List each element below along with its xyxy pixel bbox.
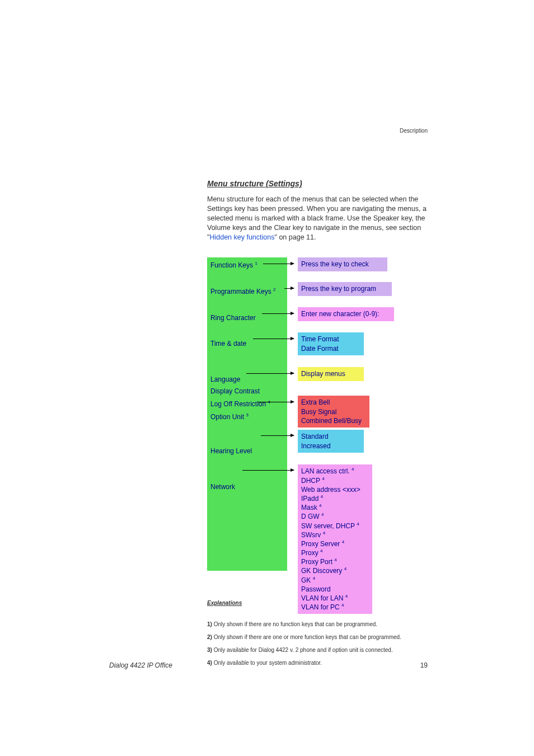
net-mask: Mask 4 (301, 503, 369, 512)
box-enter-char: Enter new character (0-9): (298, 307, 394, 321)
fn3-text: Only available for Dialog 4422 v. 2 phon… (214, 647, 393, 653)
net-proxy-port: Proxy Port 4 (301, 557, 369, 566)
menu-hearing-level: Hearing Level (207, 445, 287, 458)
footnotes: 1) Only shown if there are no function k… (207, 621, 431, 666)
section-title: Menu structure (Settings) (207, 179, 431, 188)
arrow-icon (262, 313, 294, 314)
arrow-icon (253, 339, 294, 339)
sup: 4 (322, 476, 324, 481)
box-press-program: Press the key to program (298, 282, 392, 295)
menu-display-contrast: Display Contrast (207, 385, 287, 398)
arrow-icon (242, 470, 294, 471)
menu-time-date: Time & date (207, 337, 287, 351)
settings-menu-column: Function Keys 1 Programmable Keys 2 Ring… (207, 257, 287, 571)
arrow-icon (263, 264, 294, 264)
box-press-check: Press the key to check (298, 257, 387, 271)
menu-programmable-keys-label: Programmable Keys (210, 288, 271, 295)
net-dhcp: DHCP 4 (301, 476, 369, 485)
net-proxy-server: Proxy Server 4 (301, 539, 369, 548)
box-extra-bell: Extra Bell (301, 398, 366, 407)
sup: 4 (342, 539, 344, 544)
net-password: Password (301, 585, 369, 594)
net-swsrv: SWsrv 4 (301, 530, 369, 539)
arrow-icon (284, 288, 294, 289)
menu-function-keys-label: Function Keys (210, 261, 253, 269)
menu-option-unit-label: Option Unit (210, 413, 244, 421)
box-standard: Standard (301, 432, 360, 441)
net-web-address: Web address <xxx> (301, 485, 369, 494)
net-vlan-pc: VLAN for PC 4 (301, 603, 369, 612)
sup: 4 (321, 512, 324, 517)
explanations-title: Explanations (207, 600, 242, 606)
box-network: LAN access ctrl. 4 DHCP 4 Web address <x… (298, 464, 372, 614)
sup: 4 (344, 566, 346, 571)
box-display-menus: Display menus (298, 367, 364, 381)
arrow-icon (261, 435, 294, 436)
footer-product-name: Dialog 4422 IP Office (109, 661, 172, 669)
footnote-2: 2) Only shown if there are one or more f… (207, 634, 431, 640)
box-busy-signal: Busy Signal (301, 407, 366, 416)
fn1-text: Only shown if there are no function keys… (214, 621, 377, 627)
net-gk: GK 4 (301, 576, 369, 585)
box-combined-bell: Combined Bell/Busy (301, 416, 366, 425)
net-dgw: D GW 4 (301, 512, 369, 521)
sup: 4 (334, 557, 336, 562)
sup: 4 (321, 494, 323, 499)
hidden-key-functions-link[interactable]: Hidden key functions (209, 233, 274, 241)
intro-text-2: " on page 11. (274, 233, 316, 241)
net-vlan-lan: VLAN for LAN 4 (301, 594, 369, 603)
sup: 4 (320, 548, 322, 553)
sup: 4 (357, 522, 359, 527)
main-content: Menu structure (Settings) Menu structure… (207, 179, 431, 673)
sup-2: 2 (273, 287, 275, 292)
net-ipadd: IPadd 4 (301, 494, 369, 503)
net-proxy: Proxy 4 (301, 548, 369, 557)
arrow-icon (257, 402, 294, 402)
header-label: Description (400, 128, 428, 134)
sup-3: 3 (246, 412, 248, 417)
footnote-3: 3) Only available for Dialog 4422 v. 2 p… (207, 647, 431, 653)
box-increased: Increased (301, 442, 360, 450)
fn1-num: 1) (207, 621, 212, 627)
box-option-unit: Extra Bell Busy Signal Combined Bell/Bus… (298, 396, 369, 428)
menu-language: Language (207, 373, 287, 387)
fn3-num: 3) (207, 647, 212, 653)
footnote-1: 1) Only shown if there are no function k… (207, 621, 431, 627)
sup: 4 (319, 503, 321, 508)
net-gk-discovery: GK Discovery 4 (301, 566, 369, 575)
box-date-format: Date Format (301, 344, 360, 353)
menu-network: Network (207, 481, 287, 494)
sup-1: 1 (255, 261, 257, 266)
sup: 4 (345, 594, 348, 599)
sup: 4 (341, 603, 344, 608)
box-hearing-level: Standard Increased (298, 430, 364, 452)
fn2-text: Only shown if there are one or more func… (214, 634, 401, 640)
sup: 4 (352, 467, 354, 472)
menu-option-unit: Option Unit 3 (207, 410, 287, 424)
menu-log-off-label: Log Off Restriction (210, 400, 266, 408)
fn2-num: 2) (207, 634, 212, 640)
page-number: 19 (420, 661, 428, 669)
net-lan-access: LAN access ctrl. 4 (301, 467, 369, 476)
menu-log-off-restriction: Log Off Restriction 4 (207, 397, 287, 411)
intro-paragraph: Menu structure for each of the menus tha… (207, 195, 431, 242)
menu-programmable-keys: Programmable Keys 2 (207, 285, 287, 299)
net-sw-server: SW server, DHCP 4 (301, 522, 369, 530)
arrow-icon (246, 373, 294, 374)
menu-function-keys: Function Keys 1 (207, 259, 287, 273)
sup: 4 (313, 576, 315, 581)
menu-diagram: Function Keys 1 Programmable Keys 2 Ring… (207, 257, 431, 576)
box-time-format: Time Format (301, 335, 360, 344)
page-footer: Dialog 4422 IP Office 19 (109, 661, 428, 669)
box-time-date: Time Format Date Format (298, 332, 364, 355)
sup: 4 (323, 530, 325, 536)
